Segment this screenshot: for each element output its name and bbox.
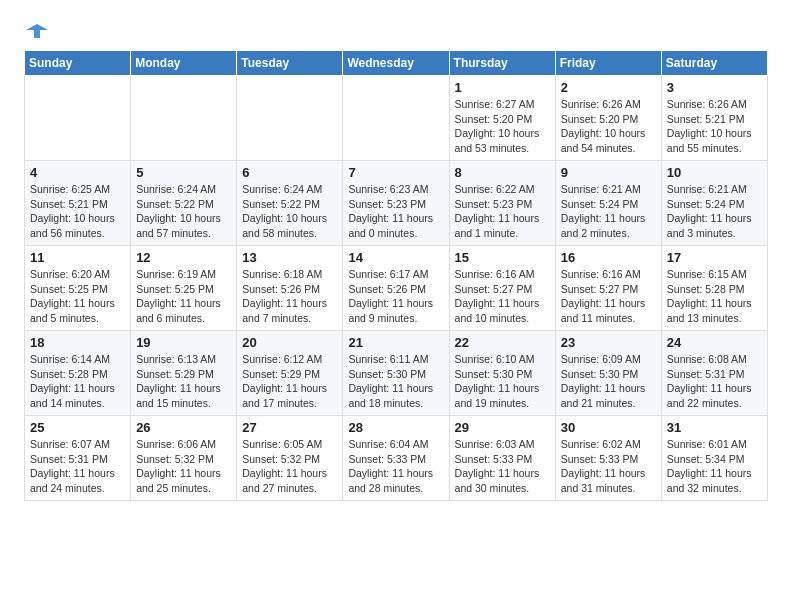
day-number: 10 xyxy=(667,165,762,180)
calendar-cell: 27Sunrise: 6:05 AM Sunset: 5:32 PM Dayli… xyxy=(237,416,343,501)
day-number: 28 xyxy=(348,420,443,435)
day-number: 4 xyxy=(30,165,125,180)
calendar-week-row: 25Sunrise: 6:07 AM Sunset: 5:31 PM Dayli… xyxy=(25,416,768,501)
logo-bird-icon xyxy=(26,20,48,42)
calendar-cell: 21Sunrise: 6:11 AM Sunset: 5:30 PM Dayli… xyxy=(343,331,449,416)
day-info: Sunrise: 6:21 AM Sunset: 5:24 PM Dayligh… xyxy=(561,182,656,241)
calendar-cell: 31Sunrise: 6:01 AM Sunset: 5:34 PM Dayli… xyxy=(661,416,767,501)
calendar-cell: 30Sunrise: 6:02 AM Sunset: 5:33 PM Dayli… xyxy=(555,416,661,501)
day-number: 24 xyxy=(667,335,762,350)
day-number: 11 xyxy=(30,250,125,265)
day-number: 13 xyxy=(242,250,337,265)
day-info: Sunrise: 6:07 AM Sunset: 5:31 PM Dayligh… xyxy=(30,437,125,496)
day-number: 30 xyxy=(561,420,656,435)
day-info: Sunrise: 6:21 AM Sunset: 5:24 PM Dayligh… xyxy=(667,182,762,241)
calendar-table: SundayMondayTuesdayWednesdayThursdayFrid… xyxy=(24,50,768,501)
day-info: Sunrise: 6:09 AM Sunset: 5:30 PM Dayligh… xyxy=(561,352,656,411)
calendar-cell: 9Sunrise: 6:21 AM Sunset: 5:24 PM Daylig… xyxy=(555,161,661,246)
day-number: 27 xyxy=(242,420,337,435)
day-info: Sunrise: 6:18 AM Sunset: 5:26 PM Dayligh… xyxy=(242,267,337,326)
day-info: Sunrise: 6:08 AM Sunset: 5:31 PM Dayligh… xyxy=(667,352,762,411)
day-info: Sunrise: 6:24 AM Sunset: 5:22 PM Dayligh… xyxy=(136,182,231,241)
calendar-header-monday: Monday xyxy=(131,51,237,76)
calendar-week-row: 1Sunrise: 6:27 AM Sunset: 5:20 PM Daylig… xyxy=(25,76,768,161)
calendar-cell: 20Sunrise: 6:12 AM Sunset: 5:29 PM Dayli… xyxy=(237,331,343,416)
calendar-cell xyxy=(343,76,449,161)
calendar-cell: 28Sunrise: 6:04 AM Sunset: 5:33 PM Dayli… xyxy=(343,416,449,501)
calendar-header-sunday: Sunday xyxy=(25,51,131,76)
day-info: Sunrise: 6:06 AM Sunset: 5:32 PM Dayligh… xyxy=(136,437,231,496)
day-number: 16 xyxy=(561,250,656,265)
calendar-cell: 29Sunrise: 6:03 AM Sunset: 5:33 PM Dayli… xyxy=(449,416,555,501)
calendar-cell: 15Sunrise: 6:16 AM Sunset: 5:27 PM Dayli… xyxy=(449,246,555,331)
day-number: 14 xyxy=(348,250,443,265)
day-number: 15 xyxy=(455,250,550,265)
day-number: 18 xyxy=(30,335,125,350)
day-number: 23 xyxy=(561,335,656,350)
calendar-cell: 13Sunrise: 6:18 AM Sunset: 5:26 PM Dayli… xyxy=(237,246,343,331)
calendar-cell xyxy=(131,76,237,161)
calendar-header-friday: Friday xyxy=(555,51,661,76)
day-info: Sunrise: 6:25 AM Sunset: 5:21 PM Dayligh… xyxy=(30,182,125,241)
calendar-cell: 16Sunrise: 6:16 AM Sunset: 5:27 PM Dayli… xyxy=(555,246,661,331)
day-info: Sunrise: 6:23 AM Sunset: 5:23 PM Dayligh… xyxy=(348,182,443,241)
day-number: 25 xyxy=(30,420,125,435)
day-number: 19 xyxy=(136,335,231,350)
day-info: Sunrise: 6:16 AM Sunset: 5:27 PM Dayligh… xyxy=(561,267,656,326)
calendar-cell: 26Sunrise: 6:06 AM Sunset: 5:32 PM Dayli… xyxy=(131,416,237,501)
day-number: 29 xyxy=(455,420,550,435)
day-info: Sunrise: 6:19 AM Sunset: 5:25 PM Dayligh… xyxy=(136,267,231,326)
calendar-cell: 11Sunrise: 6:20 AM Sunset: 5:25 PM Dayli… xyxy=(25,246,131,331)
calendar-week-row: 11Sunrise: 6:20 AM Sunset: 5:25 PM Dayli… xyxy=(25,246,768,331)
calendar-cell: 17Sunrise: 6:15 AM Sunset: 5:28 PM Dayli… xyxy=(661,246,767,331)
day-info: Sunrise: 6:11 AM Sunset: 5:30 PM Dayligh… xyxy=(348,352,443,411)
day-number: 20 xyxy=(242,335,337,350)
calendar-cell: 5Sunrise: 6:24 AM Sunset: 5:22 PM Daylig… xyxy=(131,161,237,246)
calendar-cell: 24Sunrise: 6:08 AM Sunset: 5:31 PM Dayli… xyxy=(661,331,767,416)
day-info: Sunrise: 6:26 AM Sunset: 5:20 PM Dayligh… xyxy=(561,97,656,156)
calendar-cell: 18Sunrise: 6:14 AM Sunset: 5:28 PM Dayli… xyxy=(25,331,131,416)
day-number: 7 xyxy=(348,165,443,180)
day-info: Sunrise: 6:12 AM Sunset: 5:29 PM Dayligh… xyxy=(242,352,337,411)
calendar-cell: 22Sunrise: 6:10 AM Sunset: 5:30 PM Dayli… xyxy=(449,331,555,416)
calendar-cell: 2Sunrise: 6:26 AM Sunset: 5:20 PM Daylig… xyxy=(555,76,661,161)
calendar-cell: 23Sunrise: 6:09 AM Sunset: 5:30 PM Dayli… xyxy=(555,331,661,416)
calendar-week-row: 18Sunrise: 6:14 AM Sunset: 5:28 PM Dayli… xyxy=(25,331,768,416)
day-info: Sunrise: 6:24 AM Sunset: 5:22 PM Dayligh… xyxy=(242,182,337,241)
day-info: Sunrise: 6:14 AM Sunset: 5:28 PM Dayligh… xyxy=(30,352,125,411)
calendar-cell: 12Sunrise: 6:19 AM Sunset: 5:25 PM Dayli… xyxy=(131,246,237,331)
day-info: Sunrise: 6:10 AM Sunset: 5:30 PM Dayligh… xyxy=(455,352,550,411)
day-info: Sunrise: 6:03 AM Sunset: 5:33 PM Dayligh… xyxy=(455,437,550,496)
calendar-week-row: 4Sunrise: 6:25 AM Sunset: 5:21 PM Daylig… xyxy=(25,161,768,246)
day-info: Sunrise: 6:22 AM Sunset: 5:23 PM Dayligh… xyxy=(455,182,550,241)
calendar-header-saturday: Saturday xyxy=(661,51,767,76)
day-info: Sunrise: 6:17 AM Sunset: 5:26 PM Dayligh… xyxy=(348,267,443,326)
calendar-cell: 6Sunrise: 6:24 AM Sunset: 5:22 PM Daylig… xyxy=(237,161,343,246)
title-block xyxy=(48,20,768,22)
day-number: 5 xyxy=(136,165,231,180)
day-info: Sunrise: 6:02 AM Sunset: 5:33 PM Dayligh… xyxy=(561,437,656,496)
calendar-cell: 1Sunrise: 6:27 AM Sunset: 5:20 PM Daylig… xyxy=(449,76,555,161)
calendar-cell xyxy=(25,76,131,161)
day-info: Sunrise: 6:05 AM Sunset: 5:32 PM Dayligh… xyxy=(242,437,337,496)
day-number: 17 xyxy=(667,250,762,265)
calendar-cell: 14Sunrise: 6:17 AM Sunset: 5:26 PM Dayli… xyxy=(343,246,449,331)
calendar-cell xyxy=(237,76,343,161)
calendar-cell: 25Sunrise: 6:07 AM Sunset: 5:31 PM Dayli… xyxy=(25,416,131,501)
day-info: Sunrise: 6:20 AM Sunset: 5:25 PM Dayligh… xyxy=(30,267,125,326)
calendar-header-thursday: Thursday xyxy=(449,51,555,76)
day-info: Sunrise: 6:04 AM Sunset: 5:33 PM Dayligh… xyxy=(348,437,443,496)
day-number: 22 xyxy=(455,335,550,350)
day-info: Sunrise: 6:16 AM Sunset: 5:27 PM Dayligh… xyxy=(455,267,550,326)
day-number: 8 xyxy=(455,165,550,180)
day-number: 6 xyxy=(242,165,337,180)
day-number: 21 xyxy=(348,335,443,350)
calendar-cell: 10Sunrise: 6:21 AM Sunset: 5:24 PM Dayli… xyxy=(661,161,767,246)
day-info: Sunrise: 6:26 AM Sunset: 5:21 PM Dayligh… xyxy=(667,97,762,156)
calendar-cell: 7Sunrise: 6:23 AM Sunset: 5:23 PM Daylig… xyxy=(343,161,449,246)
day-info: Sunrise: 6:01 AM Sunset: 5:34 PM Dayligh… xyxy=(667,437,762,496)
calendar-cell: 8Sunrise: 6:22 AM Sunset: 5:23 PM Daylig… xyxy=(449,161,555,246)
day-info: Sunrise: 6:27 AM Sunset: 5:20 PM Dayligh… xyxy=(455,97,550,156)
calendar-header-tuesday: Tuesday xyxy=(237,51,343,76)
day-number: 31 xyxy=(667,420,762,435)
